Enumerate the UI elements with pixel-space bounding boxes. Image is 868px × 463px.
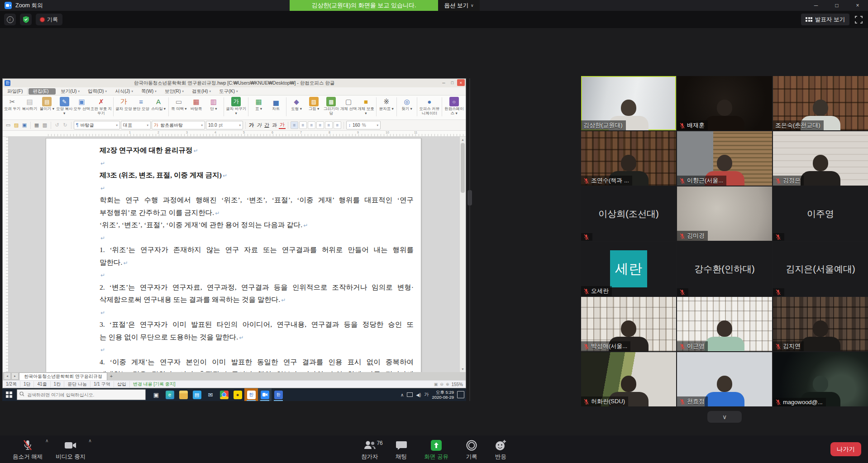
participant-tile[interactable]: 천효정	[677, 352, 772, 406]
zoom-in-icon[interactable]: ⊕	[446, 382, 449, 387]
hwp-select-all-button[interactable]: ▣모두 선택	[73, 97, 90, 111]
align-justify-icon[interactable]: ≡	[291, 121, 298, 129]
hwp-menu-file[interactable]: 파일(F)	[3, 88, 28, 95]
taskbar-app-kakaotalk-icon[interactable]: ●	[231, 388, 244, 401]
new-tab-button[interactable]: +	[108, 373, 115, 379]
participant-tile[interactable]: 세란오세란	[581, 242, 676, 296]
participant-tile[interactable]: 김상한(교원대)	[581, 76, 676, 130]
participant-tile[interactable]: 조은숙(춘천교대)	[773, 76, 868, 130]
unmute-button[interactable]: 음소거 해제	[10, 437, 45, 461]
hwp-menu-tab[interactable]: 검토(H)▾	[188, 88, 215, 95]
tray-chevron-icon[interactable]: ∧	[401, 392, 404, 397]
scrollbar-thumb[interactable]	[461, 143, 465, 193]
participant-tile[interactable]: 배재훈	[677, 76, 772, 130]
participant-tile[interactable]: 김지연	[773, 297, 868, 351]
hwp-menu-tab[interactable]: 서식(J)▾	[111, 88, 137, 95]
participant-tile[interactable]: 허화란(SDU)	[581, 352, 676, 406]
print-icon[interactable]: ▦	[33, 122, 40, 129]
redo-icon[interactable]: ↻	[62, 122, 69, 129]
taskbar-app-hancom-office-icon[interactable]: 한	[272, 388, 285, 401]
align-distribute-icon[interactable]: ≡	[325, 121, 333, 129]
hwp-find-replace-button[interactable]: 가글자 바꾸기 ▾	[225, 97, 247, 115]
font-size-select[interactable]: 10.0pt▾	[206, 121, 243, 129]
hwp-menu-tab[interactable]: 보안(R)▾	[161, 88, 188, 95]
hwp-chart-button[interactable]: ▅차트	[267, 97, 285, 111]
style-set-select[interactable]: 대표▾	[121, 121, 151, 129]
hwp-char-shape-button[interactable]: 가글자 모양	[115, 97, 132, 111]
notification-center-icon[interactable]	[457, 391, 464, 398]
hwp-symbol-button[interactable]: ※문자표 ▾	[378, 97, 395, 111]
page-view-icon[interactable]: ▣	[434, 382, 438, 387]
tab-nav-right-icon[interactable]: ▸	[11, 372, 19, 380]
hwp-shapes-button[interactable]: ◆도형 ▾	[288, 97, 305, 111]
hwp-object-select-button[interactable]: ▢개체 선택	[340, 97, 357, 111]
close-button[interactable]: ×	[847, 0, 868, 11]
ime-language-indicator[interactable]: 가	[424, 391, 429, 398]
hwp-find-button[interactable]: ◎찾기 ▾	[398, 97, 415, 111]
taskbar-app-zoom-app-icon[interactable]	[258, 388, 272, 401]
speaker-view-button[interactable]: 발표자 보기	[801, 14, 849, 25]
taskbar-app-chrome-icon[interactable]	[217, 388, 231, 401]
hwp-para-shape-button[interactable]: ≡문단 모양	[132, 97, 149, 111]
view-options-button[interactable]: 옵션 보기∨	[438, 0, 480, 11]
hwp-menu-tab[interactable]: 보기(U)▾	[57, 88, 84, 95]
taskbar-app-file-explorer-icon[interactable]	[176, 388, 190, 401]
record-button[interactable]: 기록	[463, 437, 480, 461]
align-left-icon[interactable]: ≡	[299, 121, 307, 129]
encryption-shield-button[interactable]	[20, 14, 32, 25]
hwp-style-button[interactable]: A스타일 ▾	[150, 97, 167, 111]
line-spacing-select[interactable]: ↕160%▾	[346, 121, 381, 129]
hwp-minimize-button[interactable]: ─	[440, 79, 448, 86]
hwp-picture-button[interactable]: ▨그림 ▾	[305, 97, 322, 111]
volume-icon[interactable]: ◀)	[416, 392, 421, 397]
align-divide-icon[interactable]: ≡	[334, 121, 341, 129]
align-right-icon[interactable]: ≡	[316, 121, 324, 129]
participant-tile[interactable]: 김미경	[677, 186, 772, 241]
audio-options-chevron[interactable]: ∧	[45, 438, 48, 443]
hwp-table-button[interactable]: ▦표 ▾	[250, 97, 267, 111]
hwp-paste-button[interactable]: ▤붙이기 ▾	[38, 97, 56, 111]
minimize-button[interactable]: ─	[806, 0, 826, 11]
scroll-down-icon[interactable]: ▼	[460, 366, 466, 372]
participant-tile[interactable]: 이주영	[773, 186, 868, 241]
vertical-scrollbar[interactable]: ▲ ▼	[459, 137, 466, 372]
taskbar-app-task-view-icon[interactable]: ▣	[149, 388, 163, 401]
hwp-close-button[interactable]: ×	[457, 79, 465, 86]
hwp-delete-marks-button[interactable]: ✗조판 부호 지우기	[91, 97, 112, 115]
tab-nav-left-icon[interactable]: ◂	[4, 372, 11, 380]
underline-button[interactable]: 간	[263, 122, 270, 129]
scroll-up-icon[interactable]: ▲	[460, 137, 466, 143]
save-icon[interactable]: ▣	[21, 122, 28, 129]
video-options-chevron[interactable]: ∧	[88, 438, 91, 443]
display-icon[interactable]	[407, 392, 413, 397]
taskbar-search-input[interactable]	[17, 389, 146, 400]
print-preview-icon[interactable]: ▥	[41, 122, 48, 129]
participant-tile[interactable]: magowood@...	[773, 352, 868, 406]
panel-resize-handle[interactable]	[467, 190, 472, 205]
taskbar-clock[interactable]: 오후 5:29 2020-08-29	[432, 390, 454, 400]
hwp-columns-button[interactable]: ▥단 ▾	[205, 97, 222, 111]
share-screen-button[interactable]: 화면 공유	[422, 437, 451, 461]
undo-icon[interactable]: ↺	[53, 122, 61, 129]
participant-tile[interactable]: 김정은	[773, 131, 868, 186]
stop-video-button[interactable]: 비디오 중지	[53, 437, 88, 461]
hwp-format-painter-button[interactable]: ✎모양 복사 ▾	[56, 97, 73, 115]
hwp-page-margin-button[interactable]: ▭쪽 여백 ▾	[170, 97, 187, 111]
participant-tile[interactable]: 박성애(서울...	[581, 297, 676, 351]
hwp-menu-tab[interactable]: 입력(D)▾	[84, 88, 111, 95]
taskbar-app-edge-icon[interactable]: e	[163, 388, 176, 401]
participant-tile[interactable]: 조연수(책과 ...	[581, 131, 676, 186]
taskbar-app-microsoft-store-icon[interactable]: ▤	[190, 388, 204, 401]
document-page[interactable]: 제2장 연구자에 대한 윤리규정↵↵제3조 (위조, 변조, 표절, 이중 게재…	[46, 138, 421, 372]
taskbar-app-hwp-icon[interactable]: 한	[244, 388, 258, 401]
hwp-menu-tab[interactable]: 도구(K)▾	[215, 88, 242, 95]
recording-indicator[interactable]: 기록	[36, 14, 62, 25]
hwp-menu-tab[interactable]: 쪽(W)▾	[137, 88, 161, 95]
participant-tile[interactable]: 이향근(서울...	[677, 131, 772, 186]
hwp-communicator-button[interactable]: ●오피스 커뮤니케이터	[419, 97, 440, 115]
leave-meeting-button[interactable]: 나가기	[830, 442, 861, 456]
hwp-copy-button[interactable]: ▤복사하기	[21, 97, 38, 111]
hwp-menu-tab[interactable]: 편집(E)▾	[29, 88, 56, 95]
participant-tile[interactable]: 김지은(서울예대)	[773, 242, 868, 296]
hwp-object-protect-button[interactable]: ■개체 보호 ▾	[357, 97, 374, 115]
